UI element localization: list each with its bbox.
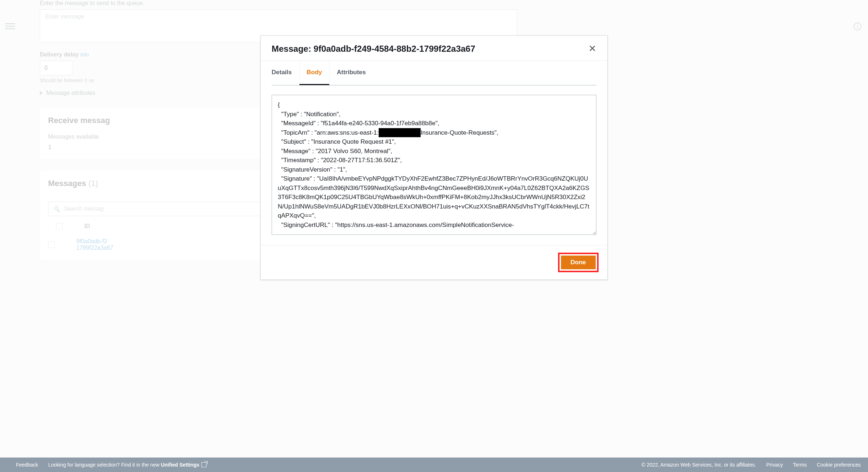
copyright: © 2022, Amazon Web Services, Inc. or its…: [642, 462, 756, 468]
tab-body[interactable]: Body: [299, 61, 330, 85]
modal-title: Message: 9f0a0adb-f249-4584-88b2-1799f22…: [272, 44, 475, 54]
external-link-icon: [201, 462, 207, 467]
close-icon[interactable]: ✕: [588, 44, 596, 53]
footer: Feedback Looking for language selection?…: [0, 458, 868, 472]
tab-attributes[interactable]: Attributes: [329, 61, 373, 85]
message-body-content[interactable]: { "Type" : "Notification", "MessageId" :…: [272, 95, 596, 235]
feedback-link[interactable]: Feedback: [16, 462, 38, 468]
done-button[interactable]: Done: [561, 256, 596, 269]
done-highlight: Done: [558, 253, 599, 272]
privacy-link[interactable]: Privacy: [766, 462, 783, 468]
modal-footer: Done: [261, 245, 607, 279]
tab-details[interactable]: Details: [272, 61, 299, 85]
lang-hint: Looking for language selection? Find it …: [48, 462, 207, 468]
cookie-link[interactable]: Cookie preferences: [817, 462, 861, 468]
modal-tabs: Details Body Attributes: [261, 61, 607, 85]
tabs-underline: [272, 85, 596, 85]
terms-link[interactable]: Terms: [793, 462, 807, 468]
message-modal: Message: 9f0a0adb-f249-4584-88b2-1799f22…: [260, 35, 608, 280]
